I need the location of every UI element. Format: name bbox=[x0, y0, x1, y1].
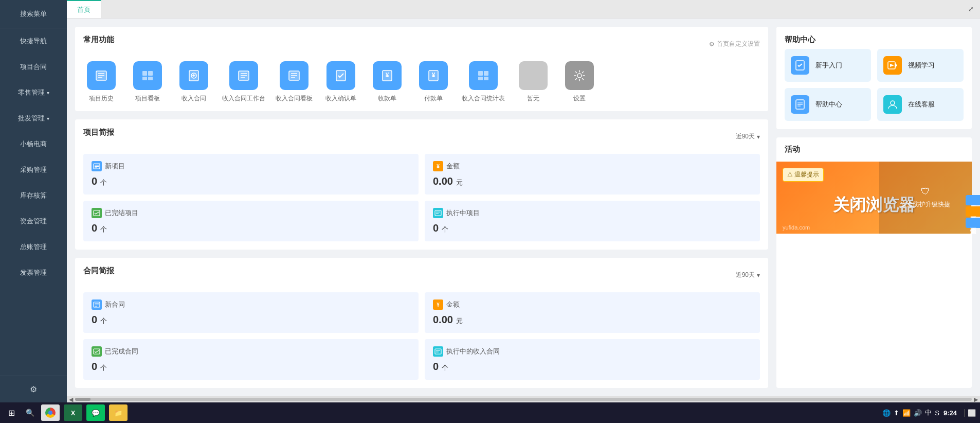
func-project-history[interactable]: 项目历史 bbox=[83, 61, 119, 103]
content-area: 首页 ⤢ 常用功能 ⚙ 首页自定义设置 bbox=[67, 0, 980, 402]
help-online-service[interactable]: 在线客服 bbox=[877, 88, 964, 121]
customize-settings-button[interactable]: ⚙ 首页自定义设置 bbox=[709, 40, 760, 48]
show-desktop-icon[interactable]: ⬜ bbox=[964, 409, 976, 417]
security-tray-icon[interactable]: S bbox=[935, 409, 939, 417]
wifi-icon[interactable]: 📶 bbox=[902, 409, 911, 417]
project-new-value: 0 bbox=[92, 175, 97, 187]
project-brief-grid: 新项目 0 个 ¥ 金额 0.00 bbox=[83, 154, 760, 241]
func-settings[interactable]: 设置 bbox=[561, 61, 597, 103]
search-button[interactable]: 🔍 bbox=[23, 406, 37, 420]
folder-app[interactable]: 📁 bbox=[109, 404, 128, 421]
func-revenue-confirm[interactable]: 收入确认单 bbox=[323, 61, 359, 103]
project-completed-header: 已完结项目 bbox=[92, 208, 410, 218]
upload-icon[interactable]: ⬆ bbox=[894, 409, 899, 417]
sidebar-item-inventory[interactable]: 库存核算 bbox=[0, 183, 67, 208]
help-help-center[interactable]: 帮助中心 bbox=[785, 88, 871, 121]
help-video-learning[interactable]: 视频学习 bbox=[877, 49, 964, 82]
sidebar-search[interactable]: 搜索菜单 bbox=[0, 0, 67, 28]
func-project-board-icon bbox=[133, 61, 162, 90]
func-settings-icon bbox=[565, 61, 594, 90]
help-center-section: 帮助中心 新手入门 视频学习 bbox=[776, 27, 972, 129]
help-center-title: 帮助中心 bbox=[785, 35, 815, 44]
func-revenue-board-label: 收入合同看板 bbox=[276, 94, 313, 103]
project-active-card: 执行中项目 0 个 bbox=[425, 201, 760, 241]
svg-rect-5 bbox=[148, 71, 153, 76]
contract-amount-icon: ¥ bbox=[433, 299, 443, 310]
sidebar-item-invoice-mgmt[interactable]: 发票管理 bbox=[0, 260, 67, 286]
help-center-label: 帮助中心 bbox=[815, 100, 842, 109]
project-active-unit: 个 bbox=[442, 225, 448, 233]
project-new-icon bbox=[92, 161, 102, 171]
functions-grid: 项目历史 项目看板 收入合同 bbox=[83, 61, 760, 103]
maximize-button[interactable]: ⤢ bbox=[962, 0, 980, 18]
svg-point-54 bbox=[891, 101, 895, 105]
contract-active-header: 执行中的收入合同 bbox=[433, 346, 752, 357]
project-brief-title: 项目简报 bbox=[83, 128, 114, 137]
project-active-value: 0 bbox=[433, 222, 439, 234]
tab-home[interactable]: 首页 bbox=[67, 0, 101, 18]
sidebar-item-retail-mgmt[interactable]: 零售管理▾ bbox=[0, 80, 67, 105]
chrome-app[interactable] bbox=[41, 404, 60, 421]
func-payment[interactable]: ¥ 付款单 bbox=[415, 61, 451, 103]
func-payment-label: 付款单 bbox=[424, 94, 443, 103]
sidebar-item-ecommerce[interactable]: 小畅电商 bbox=[0, 131, 67, 157]
func-temp: 暂无 bbox=[515, 61, 551, 103]
func-revenue-workbench[interactable]: 收入合同工作台 bbox=[222, 61, 265, 103]
project-active-icon bbox=[433, 208, 443, 218]
func-project-board[interactable]: 项目看板 bbox=[130, 61, 166, 103]
chevron-down-icon: ▾ bbox=[47, 90, 49, 96]
contract-new-unit: 个 bbox=[100, 317, 107, 325]
sidebar-item-project-contract[interactable]: 项目合同 bbox=[0, 54, 67, 80]
func-revenue-contract[interactable]: 收入合同 bbox=[176, 61, 212, 103]
wechat-app[interactable]: 💬 bbox=[86, 404, 105, 421]
func-revenue-workbench-label: 收入合同工作台 bbox=[222, 94, 265, 103]
common-functions-section: 常用功能 ⚙ 首页自定义设置 项目历史 bbox=[75, 27, 768, 111]
contract-new-header: 新合同 bbox=[92, 299, 410, 310]
contract-amount-card: ¥ 金额 0.00 元 bbox=[425, 292, 760, 333]
contract-new-card: 新合同 0 个 bbox=[83, 292, 419, 333]
func-revenue-stats-label: 收入合同统计表 bbox=[462, 94, 505, 103]
network-icon[interactable]: 🌐 bbox=[882, 409, 891, 417]
desktop-shortcut-button[interactable]: 桌面快捷 bbox=[966, 218, 980, 228]
func-revenue-contract-icon bbox=[179, 61, 208, 90]
customer-service-button[interactable]: 客服热线 bbox=[966, 195, 980, 205]
func-revenue-board[interactable]: 收入合同看板 bbox=[276, 61, 313, 103]
func-revenue-confirm-label: 收入确认单 bbox=[325, 94, 356, 103]
func-receipt[interactable]: ¥ 收款单 bbox=[369, 61, 405, 103]
func-temp-label: 暂无 bbox=[527, 94, 539, 103]
activity-section: 活动 ⚠ 温馨提示 关闭浏览器 🛡 安全防护升级快捷 yufida.com bbox=[776, 137, 972, 388]
excel-app[interactable]: X bbox=[64, 404, 82, 421]
project-completed-value: 0 bbox=[92, 222, 97, 234]
svg-rect-26 bbox=[484, 71, 488, 76]
horizontal-scrollbar[interactable]: ◀ ▶ bbox=[67, 396, 980, 402]
func-revenue-confirm-icon bbox=[326, 61, 355, 90]
sidebar-item-general-ledger[interactable]: 总账管理 bbox=[0, 234, 67, 260]
site-label: yufida.com bbox=[783, 224, 810, 231]
scroll-thumb bbox=[75, 398, 90, 401]
func-revenue-board-icon bbox=[280, 61, 308, 90]
contract-new-icon bbox=[92, 299, 102, 310]
func-revenue-stats[interactable]: 收入合同统计表 bbox=[462, 61, 505, 103]
volume-icon[interactable]: 🔊 bbox=[914, 409, 922, 417]
contract-amount-value: 0.00 bbox=[433, 314, 453, 325]
project-active-label: 执行中项目 bbox=[446, 208, 480, 218]
gear-icon[interactable]: ⚙ bbox=[30, 385, 37, 394]
svg-rect-4 bbox=[142, 71, 147, 76]
project-amount-value: 0.00 bbox=[433, 175, 453, 187]
sidebar-item-quick-nav[interactable]: 快捷导航 bbox=[0, 28, 67, 54]
input-method-icon[interactable]: 中 bbox=[925, 408, 932, 417]
contract-completed-label: 已完成合同 bbox=[105, 347, 138, 356]
chevron-down-icon: ▾ bbox=[757, 272, 760, 279]
sidebar-item-capital-mgmt[interactable]: 资金管理 bbox=[0, 208, 67, 234]
contract-active-unit: 个 bbox=[442, 364, 448, 372]
sidebar-item-wholesale-mgmt[interactable]: 批发管理▾ bbox=[0, 105, 67, 131]
contract-period-selector[interactable]: 近90天 ▾ bbox=[736, 271, 760, 279]
project-period-selector[interactable]: 近90天 ▾ bbox=[736, 132, 760, 141]
contract-amount-label: 金额 bbox=[446, 300, 460, 309]
windows-button[interactable]: ⊞ bbox=[4, 406, 19, 420]
contract-active-card: 执行中的收入合同 0 个 bbox=[425, 339, 760, 380]
help-beginner[interactable]: 新手入门 bbox=[785, 49, 871, 82]
service-community-button[interactable]: 服务社区 bbox=[966, 206, 980, 217]
sidebar-item-purchase-mgmt[interactable]: 采购管理 bbox=[0, 157, 67, 183]
project-new-unit: 个 bbox=[100, 179, 107, 186]
